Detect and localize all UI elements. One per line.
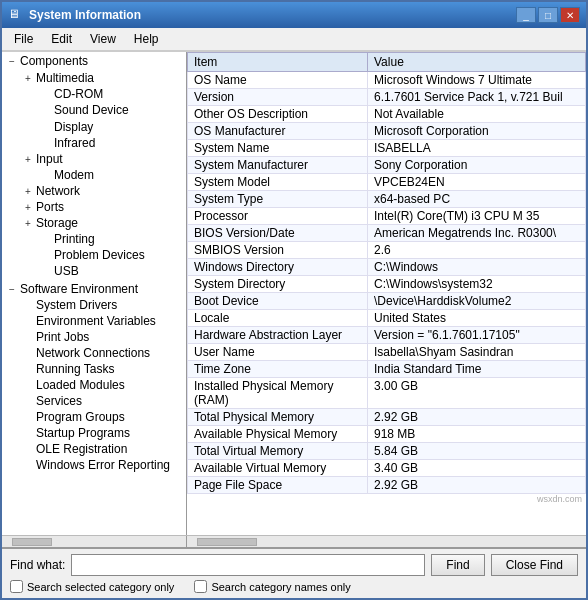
tree-label-network[interactable]: + Network [2, 183, 186, 199]
close-find-button[interactable]: Close Find [491, 554, 578, 576]
components-children: + Multimedia CD-ROM Sound Device [2, 69, 186, 279]
table-row: System ModelVPCEB24EN [188, 174, 586, 191]
services-label: Services [36, 394, 82, 408]
cell-item: BIOS Version/Date [188, 225, 368, 242]
cell-item: Total Virtual Memory [188, 443, 368, 460]
tree-label-input[interactable]: + Input [2, 151, 186, 167]
cell-value: 3.00 GB [368, 378, 586, 409]
tree-label-components[interactable]: − Components [2, 53, 186, 69]
search-input[interactable] [71, 554, 425, 576]
cell-value: Microsoft Windows 7 Ultimate [368, 72, 586, 89]
tree-label-printjobs[interactable]: Print Jobs [2, 329, 186, 345]
table-row: OS NameMicrosoft Windows 7 Ultimate [188, 72, 586, 89]
table-row: Available Physical Memory918 MB [188, 426, 586, 443]
cell-item: SMBIOS Version [188, 242, 368, 259]
checkbox-category-names[interactable]: Search category names only [194, 580, 350, 593]
cdrom-label: CD-ROM [54, 87, 103, 101]
tree-label-services[interactable]: Services [2, 393, 186, 409]
title-bar-left: 🖥 System Information [8, 7, 141, 23]
tree-label-loaded[interactable]: Loaded Modules [2, 377, 186, 393]
app-icon: 🖥 [8, 7, 24, 23]
cell-value: India Standard Time [368, 361, 586, 378]
menu-help[interactable]: Help [126, 30, 167, 48]
tree-label-ports[interactable]: + Ports [2, 199, 186, 215]
cell-item: Installed Physical Memory (RAM) [188, 378, 368, 409]
cell-value: Microsoft Corporation [368, 123, 586, 140]
cell-item: OS Manufacturer [188, 123, 368, 140]
left-hscroll [2, 536, 187, 547]
tree-label-cdrom[interactable]: CD-ROM [2, 86, 186, 102]
search-row2: Search selected category only Search cat… [10, 580, 578, 593]
expander-multimedia: + [20, 73, 36, 84]
tree-label-winerror[interactable]: Windows Error Reporting [2, 457, 186, 473]
cell-value: United States [368, 310, 586, 327]
expander-sound [38, 105, 54, 116]
checkbox-category-names-label: Search category names only [211, 581, 350, 593]
tree-label-modem[interactable]: Modem [2, 167, 186, 183]
hscroll-thumb-left[interactable] [12, 538, 52, 546]
title-controls: _ □ ✕ [516, 7, 580, 23]
find-button[interactable]: Find [431, 554, 484, 576]
tree-label-usb[interactable]: USB [2, 263, 186, 279]
sound-label: Sound Device [54, 103, 129, 117]
software-children: System Drivers Environment Variables Pri… [2, 297, 186, 473]
tree-label-netconn[interactable]: Network Connections [2, 345, 186, 361]
multimedia-label: Multimedia [36, 71, 94, 85]
table-row: Installed Physical Memory (RAM)3.00 GB [188, 378, 586, 409]
storage-label: Storage [36, 216, 78, 230]
menu-file[interactable]: File [6, 30, 41, 48]
network-label: Network [36, 184, 80, 198]
main-content: − Components + Multimedia CD-ROM [2, 51, 586, 535]
checkbox-selected-category-input[interactable] [10, 580, 23, 593]
tree-label-olereg[interactable]: OLE Registration [2, 441, 186, 457]
table-row: Time ZoneIndia Standard Time [188, 361, 586, 378]
software-label: Software Environment [20, 282, 138, 296]
tree-label-sysdrivers[interactable]: System Drivers [2, 297, 186, 313]
close-button[interactable]: ✕ [560, 7, 580, 23]
multimedia-children: CD-ROM Sound Device [2, 86, 186, 118]
tree-label-problem[interactable]: Problem Devices [2, 247, 186, 263]
tree-label-software[interactable]: − Software Environment [2, 281, 186, 297]
checkbox-category-names-input[interactable] [194, 580, 207, 593]
cell-item: Hardware Abstraction Layer [188, 327, 368, 344]
right-hscroll [187, 536, 586, 547]
checkbox-selected-category[interactable]: Search selected category only [10, 580, 174, 593]
tree-label-storage[interactable]: + Storage [2, 215, 186, 231]
menu-view[interactable]: View [82, 30, 124, 48]
hscroll-thumb-right[interactable] [197, 538, 257, 546]
cell-value: American Megatrends Inc. R0300\ [368, 225, 586, 242]
usb-label: USB [54, 264, 79, 278]
printjobs-label: Print Jobs [36, 330, 89, 344]
cell-item: Windows Directory [188, 259, 368, 276]
cell-item: Other OS Description [188, 106, 368, 123]
table-row: System ManufacturerSony Corporation [188, 157, 586, 174]
minimize-button[interactable]: _ [516, 7, 536, 23]
table-row: Hardware Abstraction LayerVersion = "6.1… [188, 327, 586, 344]
cell-value: Isabella\Shyam Sasindran [368, 344, 586, 361]
col-header-value: Value [368, 53, 586, 72]
display-label: Display [54, 120, 93, 134]
tree-label-proggroups[interactable]: Program Groups [2, 409, 186, 425]
cell-item: Available Physical Memory [188, 426, 368, 443]
search-row1: Find what: Find Close Find [10, 554, 578, 576]
tree-label-printing[interactable]: Printing [2, 231, 186, 247]
search-bar: Find what: Find Close Find Search select… [2, 547, 586, 598]
tree-label-startup[interactable]: Startup Programs [2, 425, 186, 441]
expander-software: − [4, 284, 20, 295]
cell-value: Intel(R) Core(TM) i3 CPU M 35 [368, 208, 586, 225]
cell-item: Locale [188, 310, 368, 327]
tree-label-sound[interactable]: Sound Device [2, 102, 186, 118]
tree-label-envvars[interactable]: Environment Variables [2, 313, 186, 329]
expander-input: + [20, 154, 36, 165]
tree-node-software: − Software Environment System Drivers En… [2, 280, 186, 474]
tree-label-running[interactable]: Running Tasks [2, 361, 186, 377]
tree-label-display[interactable]: Display [2, 119, 186, 135]
tree-label-multimedia[interactable]: + Multimedia [2, 70, 186, 86]
expander-cdrom [38, 89, 54, 100]
table-row: ProcessorIntel(R) Core(TM) i3 CPU M 35 [188, 208, 586, 225]
checkbox-selected-category-label: Search selected category only [27, 581, 174, 593]
tree-label-infrared[interactable]: Infrared [2, 135, 186, 151]
cell-item: Available Virtual Memory [188, 460, 368, 477]
maximize-button[interactable]: □ [538, 7, 558, 23]
menu-edit[interactable]: Edit [43, 30, 80, 48]
